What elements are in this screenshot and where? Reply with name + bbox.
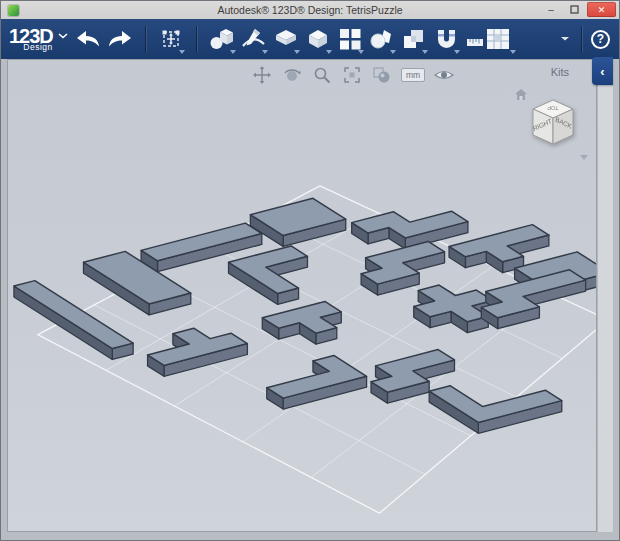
material-icon[interactable] — [371, 64, 393, 86]
dropdown-caret — [358, 50, 364, 54]
app-icon — [8, 5, 19, 16]
cube-face-top-label[interactable]: TOP — [547, 105, 559, 111]
combine-icon — [400, 25, 428, 53]
measure-icon — [465, 25, 515, 53]
app-logo[interactable]: 123D Design — [9, 26, 53, 52]
fit-view-icon[interactable] — [341, 64, 363, 86]
content-area: mm Kits TOP RIGHT BACK — [7, 59, 613, 532]
close-button[interactable]: ✕ — [587, 2, 616, 17]
construct-icon — [272, 25, 300, 53]
titlebar[interactable]: Autodesk® 123D® Design: TetrisPuzzle – ✕ — [1, 1, 619, 19]
puzzle-scene[interactable] — [8, 60, 596, 531]
dropdown-caret — [230, 50, 236, 54]
dropdown-caret — [454, 50, 460, 54]
dropdown-caret — [294, 50, 300, 54]
undo-icon — [75, 29, 101, 49]
maximize-icon — [570, 5, 579, 14]
visibility-icon[interactable] — [433, 64, 455, 86]
pan-icon[interactable] — [251, 64, 273, 86]
toolbar-separator — [581, 26, 582, 52]
view-cube-menu-caret-icon[interactable] — [580, 155, 588, 160]
units-button[interactable]: mm — [401, 68, 425, 82]
tool-modify[interactable] — [302, 22, 334, 56]
main-toolbar: 123D Design — [1, 19, 619, 59]
primitives-icon — [208, 25, 236, 53]
tool-measure[interactable] — [462, 22, 518, 56]
tool-combine[interactable] — [398, 22, 430, 56]
viewport[interactable]: mm Kits TOP RIGHT BACK — [7, 59, 597, 532]
toolbar-separator — [145, 26, 146, 52]
kits-panel-collapsed — [597, 59, 613, 532]
orbit-icon[interactable] — [281, 64, 303, 86]
app-menu-chevron-icon[interactable] — [58, 33, 68, 39]
dropdown-caret — [390, 50, 396, 54]
toolbar-separator — [196, 26, 197, 52]
pattern-icon — [336, 25, 364, 53]
view-cube-area: TOP RIGHT BACK — [514, 88, 588, 168]
tool-primitives[interactable] — [206, 22, 238, 56]
transform-icon — [159, 27, 183, 51]
kits-panel-label: Kits — [551, 66, 569, 78]
snap-icon — [432, 25, 460, 53]
tool-sketch[interactable] — [238, 22, 270, 56]
sketch-icon — [240, 25, 268, 53]
redo-icon — [107, 29, 133, 49]
help-button[interactable]: ? — [591, 30, 610, 49]
tool-grouping[interactable] — [366, 22, 398, 56]
view-toolbar: mm — [251, 64, 455, 86]
maximize-button[interactable] — [564, 3, 584, 17]
tool-snap[interactable] — [430, 22, 462, 56]
dropdown-caret — [179, 50, 185, 54]
tool-construct[interactable] — [270, 22, 302, 56]
dropdown-caret — [510, 50, 516, 54]
dropdown-caret — [262, 50, 268, 54]
undo-button[interactable] — [72, 22, 104, 56]
view-cube[interactable]: TOP RIGHT BACK — [522, 94, 584, 156]
transform-button[interactable] — [155, 22, 187, 56]
modify-icon — [304, 25, 332, 53]
toolbar-overflow-caret-icon[interactable] — [560, 36, 570, 42]
redo-button[interactable] — [104, 22, 136, 56]
dropdown-caret — [422, 50, 428, 54]
grouping-icon — [368, 25, 396, 53]
app-window: Autodesk® 123D® Design: TetrisPuzzle – ✕… — [0, 0, 620, 541]
tool-pattern[interactable] — [334, 22, 366, 56]
window-title: Autodesk® 123D® Design: TetrisPuzzle — [1, 2, 619, 19]
dropdown-caret — [326, 50, 332, 54]
kits-panel-toggle[interactable]: ‹ — [592, 57, 613, 85]
zoom-icon[interactable] — [311, 64, 333, 86]
minimize-button[interactable]: – — [541, 3, 561, 17]
